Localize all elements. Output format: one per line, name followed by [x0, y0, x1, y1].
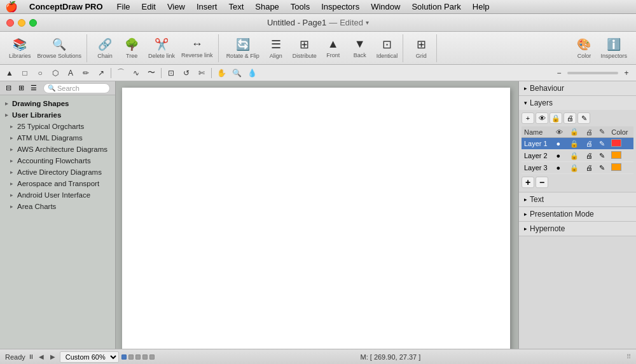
layer-visible[interactable]: ●	[553, 138, 567, 150]
menu-edit[interactable]: Edit	[137, 1, 161, 13]
menu-help[interactable]: Help	[467, 1, 495, 13]
sidebar-toggle-button[interactable]: ⊟	[3, 83, 14, 94]
sidebar-item-area-charts[interactable]: ▸ Area Charts	[0, 201, 115, 212]
close-button[interactable]	[6, 19, 14, 27]
menu-file[interactable]: File	[112, 1, 135, 13]
table-row[interactable]: Layer 2 ● 🔒 🖨 ✎	[522, 150, 633, 162]
layers-visibility-icon[interactable]: 👁	[536, 112, 548, 124]
presentation-mode-header[interactable]: ▸ Presentation Mode	[519, 207, 636, 221]
add-layer-button[interactable]: +	[522, 177, 534, 188]
layer-print[interactable]: 🖨	[583, 150, 597, 162]
page-dot-4[interactable]	[142, 354, 148, 360]
menu-tools[interactable]: Tools	[286, 1, 315, 13]
align-button[interactable]: ☰ Align	[263, 34, 289, 62]
front-button[interactable]: ▲ Front	[321, 34, 346, 62]
layer-edit[interactable]: ✎	[597, 162, 609, 174]
grid-button[interactable]: ⊞ Grid	[408, 34, 434, 62]
back-button[interactable]: ▼ Back	[347, 34, 373, 62]
minimize-button[interactable]	[18, 19, 25, 27]
menu-inspectors[interactable]: Inspectors	[316, 1, 364, 13]
layers-add-layer-icon[interactable]: +	[522, 112, 534, 124]
chain-button[interactable]: 🔗 Chain	[92, 34, 118, 62]
layer-visible[interactable]: ●	[553, 150, 567, 162]
shape-tool[interactable]: ⬡	[48, 67, 62, 79]
maximize-button[interactable]	[29, 19, 37, 27]
text-header[interactable]: ▸ Text	[519, 192, 636, 206]
next-page-button[interactable]: ▶	[48, 353, 57, 361]
chevron-down-icon[interactable]: ▾	[366, 19, 369, 26]
menu-insert[interactable]: Insert	[191, 1, 223, 13]
inspectors-button[interactable]: ℹ️ Inspectors	[598, 34, 630, 62]
layer-print[interactable]: 🖨	[583, 138, 597, 150]
sidebar-item-atm-uml[interactable]: ▸ ATM UML Diagrams	[0, 132, 115, 144]
zoom-slider[interactable]	[567, 72, 618, 74]
zoom-select[interactable]: Custom 60% 25% 50% 75% 100% 150% 200%	[60, 351, 119, 363]
resize-handle-icon[interactable]: ⠿	[626, 353, 631, 360]
layers-header[interactable]: ▾ Layers	[519, 96, 636, 110]
page-dot-3[interactable]	[135, 354, 141, 360]
apple-menu[interactable]: 🍎	[5, 1, 18, 13]
bezier-tool[interactable]: ∿	[129, 67, 143, 79]
zoom-tool[interactable]: 🔍	[230, 67, 244, 79]
select-tool[interactable]: ▲	[3, 67, 17, 79]
sidebar-item-orgcharts[interactable]: ▸ 25 Typical Orgcharts	[0, 121, 115, 132]
sidebar-search[interactable]: 🔍 Search	[43, 83, 110, 93]
circle-tool[interactable]: ○	[33, 67, 47, 79]
sidebar-list-button[interactable]: ☰	[28, 83, 39, 94]
color-button[interactable]: 🎨 Color	[571, 34, 597, 62]
identical-button[interactable]: ⊡ Identical	[374, 34, 401, 62]
menu-text[interactable]: Text	[223, 1, 249, 13]
hand-tool[interactable]: ✋	[214, 67, 228, 79]
sidebar-item-aws[interactable]: ▸ AWS Architecture Diagrams	[0, 144, 115, 155]
app-name[interactable]: ConceptDraw PRO	[24, 1, 108, 13]
table-row[interactable]: Layer 3 ● 🔒 🖨 ✎	[522, 162, 633, 174]
behaviour-header[interactable]: ▸ Behaviour	[519, 81, 636, 95]
delete-link-button[interactable]: ✂️ Delete link	[146, 34, 177, 62]
layer-edit[interactable]: ✎	[597, 150, 609, 162]
layer-edit[interactable]: ✎	[597, 138, 609, 150]
menu-view[interactable]: View	[162, 1, 190, 13]
canvas-page[interactable]	[122, 88, 510, 349]
layer-color[interactable]	[609, 150, 633, 162]
connection-tool[interactable]: ↗	[94, 67, 108, 79]
zoom-out-button[interactable]: −	[552, 67, 566, 79]
table-row[interactable]: Layer 1 ● 🔒 🖨 ✎	[522, 138, 633, 150]
page-dot-1[interactable]	[121, 354, 127, 360]
layer-print[interactable]: 🖨	[583, 162, 597, 174]
text-tool[interactable]: A	[64, 67, 78, 79]
sidebar-grid-button[interactable]: ⊞	[15, 83, 27, 94]
layer-lock[interactable]: 🔒	[567, 150, 583, 162]
sidebar-item-android[interactable]: ▸ Android User Interface	[0, 189, 115, 201]
browse-solutions-button[interactable]: 🔍 Browse Solutions	[35, 34, 85, 62]
layer-lock[interactable]: 🔒	[567, 162, 583, 174]
arc-tool[interactable]: ⌒	[114, 67, 128, 79]
layer-color[interactable]	[609, 162, 633, 174]
sidebar-item-active-directory[interactable]: ▸ Active Directory Diagrams	[0, 166, 115, 178]
sidebar-item-user-libraries[interactable]: ▸ User Libraries	[0, 109, 115, 121]
layer-color[interactable]	[609, 138, 633, 150]
sidebar-item-drawing-shapes[interactable]: ▸ Drawing Shapes	[0, 98, 115, 109]
page-dot-5[interactable]	[149, 354, 155, 360]
scale-tool[interactable]: ⊡	[164, 67, 178, 79]
menu-window[interactable]: Window	[366, 1, 405, 13]
layers-lock-icon[interactable]: 🔒	[550, 112, 562, 124]
rect-tool[interactable]: □	[18, 67, 32, 79]
page-dot-2[interactable]	[128, 354, 134, 360]
layer-visible[interactable]: ●	[553, 162, 567, 174]
rotate-flip-button[interactable]: 🔄 Rotate & Flip	[224, 34, 262, 62]
remove-layer-button[interactable]: −	[536, 177, 548, 188]
zoom-in-button[interactable]: +	[619, 67, 633, 79]
eyedropper-tool[interactable]: 💧	[245, 67, 259, 79]
layers-print-icon[interactable]: 🖨	[563, 112, 576, 124]
hypernote-header[interactable]: ▸ Hypernote	[519, 222, 636, 236]
canvas-area[interactable]	[116, 81, 518, 349]
crop-tool[interactable]: ✄	[195, 67, 209, 79]
prev-page-button[interactable]: ◀	[37, 353, 46, 361]
layer-lock[interactable]: 🔒	[567, 138, 583, 150]
reverse-link-button[interactable]: ↔ Reverse link	[179, 34, 216, 62]
menu-solution-park[interactable]: Solution Park	[406, 1, 466, 13]
rotate-tool[interactable]: ↺	[179, 67, 193, 79]
layers-edit-icon[interactable]: ✎	[577, 112, 590, 124]
distribute-button[interactable]: ⊞ Distribute	[290, 34, 319, 62]
freehand-tool[interactable]: 〜	[144, 67, 158, 79]
